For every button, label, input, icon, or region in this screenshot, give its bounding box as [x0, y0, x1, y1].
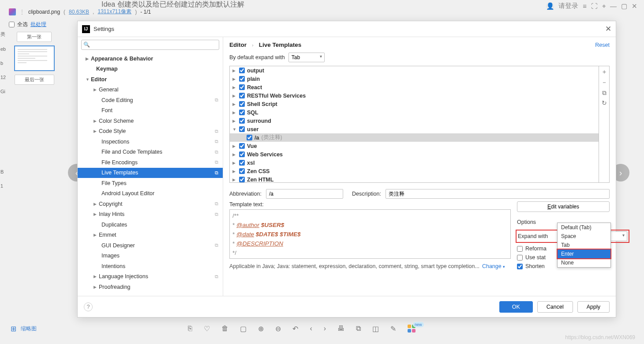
- settings-tree-item[interactable]: Intentions: [78, 261, 223, 272]
- template-group-item[interactable]: SQL: [230, 108, 599, 117]
- login-link[interactable]: 请登录: [558, 2, 578, 10]
- settings-tree-scroll[interactable]: Appearance & BehaviorKeymapEditorGeneral…: [78, 53, 223, 296]
- edit-variables-button[interactable]: Edit variables: [517, 201, 610, 212]
- reset-link[interactable]: Reset: [595, 42, 610, 48]
- group-checkbox[interactable]: [239, 143, 245, 149]
- template-group-item[interactable]: Zen HTML: [230, 175, 599, 183]
- description-input[interactable]: [386, 189, 610, 199]
- group-checkbox[interactable]: [239, 160, 245, 166]
- group-checkbox[interactable]: [239, 93, 245, 98]
- heart-icon[interactable]: ♡: [204, 325, 210, 333]
- template-group-item[interactable]: Web Services: [230, 150, 599, 159]
- group-checkbox[interactable]: [239, 110, 245, 115]
- trash-icon[interactable]: 🗑: [221, 325, 228, 333]
- menu-icon[interactable]: ≡: [583, 2, 587, 10]
- avatar-icon[interactable]: 👤: [546, 2, 554, 10]
- zoom-in-icon[interactable]: ⊕: [258, 325, 264, 333]
- settings-tree-item[interactable]: Proofreading: [78, 282, 223, 292]
- revert-template-icon[interactable]: ↻: [602, 99, 607, 106]
- settings-tree-item[interactable]: Images: [78, 251, 223, 261]
- fullscreen-icon[interactable]: ⛶: [591, 2, 598, 10]
- next-icon[interactable]: ›: [324, 325, 326, 333]
- abbreviation-input[interactable]: [266, 189, 343, 199]
- add-template-icon[interactable]: ＋: [601, 68, 607, 76]
- settings-tree-item[interactable]: Font: [78, 106, 223, 116]
- template-text-editor[interactable]: /** * @author $USER$ * @date $DATE$ $TIM…: [229, 209, 511, 259]
- default-expand-select[interactable]: Tab: [288, 53, 325, 62]
- dialog-close-icon[interactable]: ✕: [605, 24, 611, 34]
- template-group-item[interactable]: plain: [230, 75, 599, 83]
- close-window-icon[interactable]: ✕: [632, 2, 637, 10]
- thumbnail-view-icon[interactable]: ⊞: [11, 325, 16, 333]
- settings-tree-item[interactable]: Android Layout Editor: [78, 189, 223, 199]
- remove-template-icon[interactable]: －: [601, 79, 607, 87]
- change-context-link[interactable]: Change ▾: [482, 263, 505, 269]
- actual-size-icon[interactable]: ▢: [240, 325, 247, 333]
- settings-tree-item[interactable]: Emmet: [78, 230, 223, 241]
- copy-template-icon[interactable]: ⧉: [602, 89, 607, 97]
- ok-button[interactable]: OK: [499, 301, 533, 313]
- settings-tree-item[interactable]: File Encodings⧉: [78, 157, 223, 168]
- group-checkbox[interactable]: [239, 177, 245, 182]
- settings-tree-item[interactable]: Inspections⧉: [78, 136, 223, 147]
- settings-tree-item[interactable]: General: [78, 85, 223, 95]
- expand-option[interactable]: None: [558, 258, 610, 267]
- template-group-item[interactable]: xsl: [230, 159, 599, 167]
- cancel-button[interactable]: Cancel: [537, 301, 573, 313]
- select-all-checkbox[interactable]: [9, 22, 15, 27]
- prev-icon[interactable]: ‹: [310, 325, 312, 333]
- help-icon[interactable]: ?: [84, 302, 93, 311]
- print-icon[interactable]: 🖶: [337, 325, 344, 333]
- settings-search-input[interactable]: [81, 40, 219, 50]
- zoom-out-icon[interactable]: ⊖: [275, 325, 281, 333]
- group-checkbox[interactable]: [239, 76, 245, 82]
- crop-icon[interactable]: ◫: [372, 325, 379, 333]
- group-checkbox[interactable]: [239, 68, 245, 73]
- rotate-left-icon[interactable]: ↶: [292, 325, 298, 333]
- group-checkbox[interactable]: [239, 126, 245, 132]
- reformat-checkbox[interactable]: [517, 246, 523, 252]
- settings-tree-item[interactable]: Editor: [78, 74, 223, 85]
- settings-tree-item[interactable]: File and Code Templates⧉: [78, 147, 223, 158]
- template-group-item[interactable]: output: [230, 66, 599, 75]
- expand-option[interactable]: Enter: [558, 249, 610, 258]
- expand-option[interactable]: Space: [558, 232, 610, 241]
- group-checkbox[interactable]: [239, 101, 245, 107]
- template-group-item[interactable]: React: [230, 83, 599, 91]
- settings-tree-item[interactable]: File Types: [78, 178, 223, 189]
- save-icon[interactable]: ⎘: [188, 325, 192, 333]
- apply-button[interactable]: Apply: [577, 301, 610, 313]
- template-group-item[interactable]: Shell Script: [230, 100, 599, 108]
- page-thumbnail[interactable]: [14, 45, 55, 71]
- settings-tree-item[interactable]: Duplicates: [78, 219, 223, 230]
- settings-tree-item[interactable]: Code Editing⧉: [78, 95, 223, 106]
- expand-option[interactable]: Default (Tab): [558, 223, 610, 232]
- expand-option[interactable]: Tab: [558, 241, 610, 249]
- template-groups-list[interactable]: outputplainReactRESTful Web ServicesShel…: [229, 66, 599, 183]
- group-checkbox[interactable]: [239, 118, 245, 124]
- template-item[interactable]: /a (类注释): [230, 133, 599, 142]
- copy-icon[interactable]: ⧉: [356, 325, 361, 333]
- template-checkbox[interactable]: [247, 135, 252, 140]
- group-checkbox[interactable]: [239, 151, 245, 157]
- settings-tree-item[interactable]: Code Style⧉: [78, 126, 223, 137]
- template-group-item[interactable]: user: [230, 125, 599, 133]
- pin-icon[interactable]: ⌖: [602, 2, 606, 10]
- template-group-item[interactable]: RESTful Web Services: [230, 91, 599, 100]
- use-static-import-checkbox[interactable]: [517, 255, 523, 261]
- template-group-item[interactable]: surround: [230, 117, 599, 125]
- settings-tree-item[interactable]: Color Scheme: [78, 116, 223, 126]
- settings-tree-item[interactable]: Live Templates⧉: [78, 168, 223, 178]
- shorten-fqn-checkbox[interactable]: [517, 264, 523, 269]
- settings-tree-item[interactable]: Language Injections⧉: [78, 272, 223, 282]
- group-checkbox[interactable]: [239, 84, 245, 90]
- batch-link[interactable]: 批处理: [30, 21, 46, 28]
- settings-tree-item[interactable]: Keymap: [78, 64, 223, 75]
- drag-handle-icon[interactable]: ⋮: [19, 9, 25, 15]
- template-group-item[interactable]: Vue: [230, 142, 599, 150]
- maximize-icon[interactable]: ▢: [621, 2, 627, 10]
- minimize-icon[interactable]: —: [610, 2, 617, 10]
- thumbnail-view-label[interactable]: 缩略图: [21, 325, 37, 333]
- settings-tree-item[interactable]: Appearance & Behavior: [78, 53, 223, 64]
- settings-tree-item[interactable]: Copyright⧉: [78, 199, 223, 209]
